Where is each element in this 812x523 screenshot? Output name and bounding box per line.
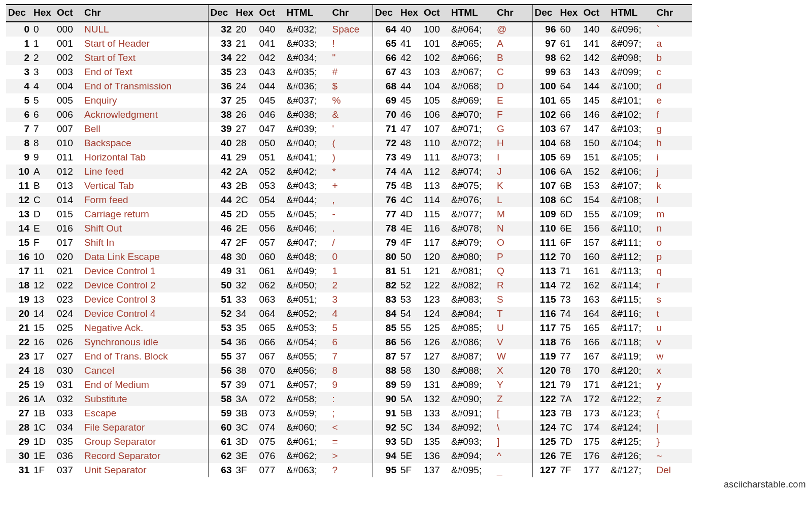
cell-oct: 057 — [257, 236, 285, 250]
cell-chr: c — [655, 65, 692, 79]
col-header-dec: Dec — [209, 5, 234, 22]
table-row: 291D035Group Separator — [6, 435, 208, 449]
cell-html: &#052; — [285, 307, 330, 321]
cell-dec: 100 — [533, 79, 558, 93]
cell-chr: D — [495, 79, 532, 93]
cell-html: &#125; — [609, 435, 655, 449]
cell-oct: 070 — [257, 364, 285, 378]
cell-oct: 007 — [55, 122, 82, 136]
cell-dec: 79 — [373, 236, 398, 250]
cell-dec: 86 — [373, 335, 398, 349]
cell-html: &#063; — [285, 463, 330, 477]
table-row: 955F137&#095;_ — [373, 463, 532, 477]
cell-oct: 067 — [257, 349, 285, 364]
cell-html: &#077; — [449, 207, 495, 221]
cell-chr: 0 — [330, 250, 373, 264]
table-row: 8656126&#086;V — [373, 335, 532, 349]
cell-oct: 030 — [55, 364, 82, 378]
cell-dec: 113 — [533, 264, 558, 278]
cell-hex: 6D — [558, 207, 582, 221]
cell-hex: 39 — [234, 378, 257, 392]
cell-html: &#115; — [609, 292, 655, 307]
table-row: 00000NULL — [6, 22, 208, 37]
cell-chr: Cancel — [82, 364, 208, 378]
cell-html: &#069; — [449, 93, 495, 108]
cell-html: &#064; — [449, 22, 495, 37]
cell-dec: 109 — [533, 207, 558, 221]
cell-chr: S — [495, 292, 532, 307]
cell-hex: 43 — [398, 65, 422, 79]
cell-hex: 0 — [31, 22, 55, 37]
cell-hex: 3B — [234, 406, 257, 420]
cell-oct: 124 — [422, 307, 449, 321]
table-row: 8858130&#088;X — [373, 364, 532, 378]
cell-hex: 5B — [398, 406, 422, 420]
table-row: 8757127&#087;W — [373, 349, 532, 364]
cell-oct: 025 — [55, 321, 82, 335]
cell-dec: 39 — [209, 122, 234, 136]
cell-hex: 38 — [234, 364, 257, 378]
cell-hex: 5C — [398, 420, 422, 435]
table-row: 6541101&#065;A — [373, 37, 532, 51]
cell-chr: 4 — [330, 307, 373, 321]
cell-dec: 63 — [209, 463, 234, 477]
table-row: 11977167&#119;w — [533, 349, 692, 364]
cell-chr: 8 — [330, 364, 373, 378]
cell-oct: 144 — [582, 79, 609, 93]
cell-chr: x — [655, 364, 692, 378]
table-row: 55005Enquiry — [6, 93, 208, 108]
cell-hex: 10 — [31, 250, 55, 264]
cell-dec: 104 — [533, 136, 558, 150]
cell-hex: 4C — [398, 193, 422, 207]
cell-oct: 113 — [422, 179, 449, 193]
cell-hex: 32 — [234, 278, 257, 292]
table-row: 432B053&#043;+ — [209, 179, 373, 193]
cell-oct: 164 — [582, 307, 609, 321]
cell-html: &#040; — [285, 136, 330, 150]
cell-chr: + — [330, 179, 373, 193]
cell-oct: 063 — [257, 292, 285, 307]
cell-chr: G — [495, 122, 532, 136]
col-header-oct: Oct — [422, 5, 449, 22]
cell-oct: 155 — [582, 207, 609, 221]
cell-chr: 5 — [330, 321, 373, 335]
cell-dec: 74 — [373, 165, 398, 179]
cell-html: &#089; — [449, 378, 495, 392]
cell-chr: j — [655, 165, 692, 179]
table-row: 12078170&#120;x — [533, 364, 692, 378]
cell-hex: 6C — [558, 193, 582, 207]
cell-oct: 045 — [257, 93, 285, 108]
cell-hex: 3F — [234, 463, 257, 477]
table-row: 8353123&#083;S — [373, 292, 532, 307]
cell-hex: 26 — [234, 108, 257, 122]
cell-oct: 036 — [55, 449, 82, 463]
cell-chr: , — [330, 193, 373, 207]
table-row: 88010Backspace — [6, 136, 208, 150]
cell-html: &#099; — [609, 65, 655, 79]
cell-oct: 140 — [582, 22, 609, 37]
cell-oct: 175 — [582, 435, 609, 449]
cell-chr: I — [495, 150, 532, 165]
cell-hex: 1A — [31, 392, 55, 406]
cell-chr: > — [330, 449, 373, 463]
cell-oct: 106 — [422, 108, 449, 122]
cell-dec: 42 — [209, 165, 234, 179]
cell-hex: 25 — [234, 93, 257, 108]
table-row: 4931061&#049;1 — [209, 264, 373, 278]
cell-oct: 157 — [582, 236, 609, 250]
cell-dec: 13 — [6, 207, 31, 221]
table-row: 77007Bell — [6, 122, 208, 136]
cell-html: &#036; — [285, 79, 330, 93]
cell-dec: 76 — [373, 193, 398, 207]
table-row: 3523043&#035;# — [209, 65, 373, 79]
cell-html: &#037; — [285, 93, 330, 108]
cell-oct: 101 — [422, 37, 449, 51]
cell-oct: 065 — [257, 321, 285, 335]
cell-html: &#123; — [609, 406, 655, 420]
table-row: 44004End of Transmission — [6, 79, 208, 93]
cell-chr: Device Control 4 — [82, 307, 208, 321]
cell-hex: 58 — [398, 364, 422, 378]
cell-chr: ? — [330, 463, 373, 477]
cell-hex: 77 — [558, 349, 582, 364]
cell-dec: 52 — [209, 307, 234, 321]
